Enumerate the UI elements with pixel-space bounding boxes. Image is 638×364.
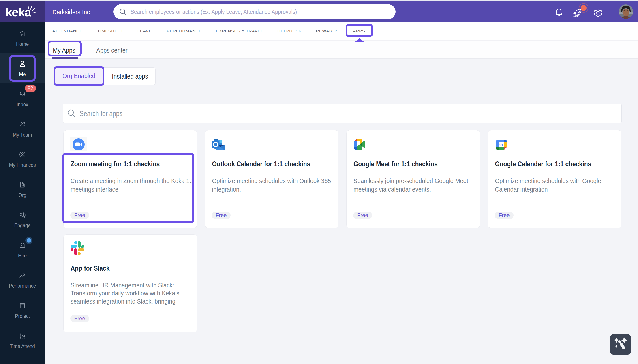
svg-text:31: 31	[499, 143, 504, 147]
